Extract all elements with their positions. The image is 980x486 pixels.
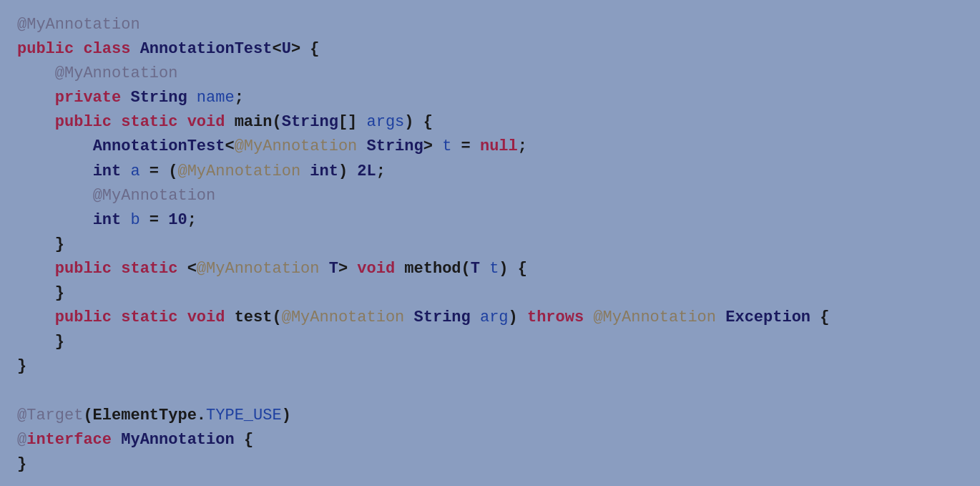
annotation-throws-13: @MyAnnotation bbox=[593, 308, 716, 326]
annotation-1: @MyAnnotation bbox=[17, 16, 140, 34]
kw-void-13: void bbox=[187, 308, 225, 326]
code-line-5: public static void main(String[] args) { bbox=[17, 110, 963, 135]
method-main-5: main bbox=[235, 113, 273, 131]
brace-19: } bbox=[17, 455, 26, 473]
code-line-19: } bbox=[17, 452, 963, 477]
code-editor: @MyAnnotation public class AnnotationTes… bbox=[0, 0, 980, 486]
semi-7: ; bbox=[376, 162, 386, 180]
kw-public-13: public bbox=[55, 308, 112, 326]
annotation-3: @MyAnnotation bbox=[55, 64, 178, 82]
paren-close-target-17: ) bbox=[282, 407, 291, 424]
semi-9: ; bbox=[187, 211, 197, 229]
paren-13: ( bbox=[272, 308, 281, 326]
paren-11: ( bbox=[461, 260, 471, 278]
kw-throws-13: throws bbox=[527, 308, 584, 326]
method-test-13: test bbox=[235, 308, 273, 326]
exception-13: Exception bbox=[725, 308, 810, 326]
type-t-11: T bbox=[471, 260, 480, 278]
brace-15: } bbox=[17, 357, 26, 375]
kw-public-11: public bbox=[55, 260, 112, 278]
code-line-4: private String name; bbox=[17, 86, 963, 110]
paren-close-13: ) bbox=[509, 308, 518, 326]
generic-2: < bbox=[272, 40, 281, 58]
kw-null-6: null bbox=[480, 137, 518, 155]
varname-4: name bbox=[197, 89, 235, 107]
eq-6: = bbox=[451, 137, 480, 155]
var-b-9: b bbox=[130, 211, 139, 229]
kw-void-5: void bbox=[187, 113, 225, 131]
angle-close-11: > bbox=[338, 260, 348, 278]
param-arg-13: arg bbox=[480, 308, 509, 326]
annotation-param-13: @MyAnnotation bbox=[282, 308, 405, 326]
code-line-11: public static <@MyAnnotation T> void met… bbox=[17, 257, 963, 281]
number-10-9: 10 bbox=[168, 211, 187, 229]
typeparam-2: U bbox=[282, 40, 291, 58]
cast-close-7: ) bbox=[338, 162, 357, 180]
code-line-3: @MyAnnotation bbox=[17, 62, 963, 86]
kw-static-5: static bbox=[121, 113, 177, 131]
code-line-16 bbox=[17, 379, 963, 403]
paren-target-17: (ElementType. bbox=[83, 407, 206, 424]
type-string-13: String bbox=[414, 308, 471, 326]
kw-int-9: int bbox=[93, 211, 122, 229]
code-line-17: @Target(ElementType.TYPE_USE) bbox=[17, 404, 963, 428]
eq-9: = bbox=[140, 211, 169, 229]
code-line-7: int a = (@MyAnnotation int) 2L; bbox=[17, 160, 963, 184]
type-string-5: String bbox=[282, 113, 338, 131]
type-string-6: String bbox=[367, 137, 423, 155]
annotation-8: @MyAnnotation bbox=[93, 187, 216, 205]
paren-close-5: ) { bbox=[404, 113, 433, 131]
method-method-11: method bbox=[404, 260, 461, 278]
kw-public-2: public bbox=[17, 40, 74, 58]
code-line-18: @interface MyAnnotation { bbox=[17, 428, 963, 452]
target-annotation-17: @Target bbox=[17, 407, 83, 424]
bracket-5: [] bbox=[338, 113, 357, 131]
annotation-inline-6: @MyAnnotation bbox=[235, 137, 358, 155]
kw-interface-18: interface bbox=[26, 431, 112, 449]
kw-private-4: private bbox=[55, 89, 121, 107]
angle-open-11: < bbox=[187, 260, 197, 278]
brace-open-18: { bbox=[244, 431, 253, 449]
kw-static-11: static bbox=[121, 260, 177, 278]
paren-close-11: ) { bbox=[499, 260, 527, 278]
generic-close-2: > bbox=[291, 40, 300, 58]
eq-7: = ( bbox=[140, 162, 178, 180]
annotation-cast-7: @MyAnnotation bbox=[177, 162, 300, 180]
brace-open-13: { bbox=[820, 308, 829, 326]
var-a-7: a bbox=[130, 162, 139, 180]
code-line-10: } bbox=[17, 233, 963, 257]
code-line-12: } bbox=[17, 281, 963, 306]
code-line-15: } bbox=[17, 354, 963, 379]
kw-class-2: class bbox=[83, 40, 130, 58]
brace-12: } bbox=[55, 284, 64, 302]
target-value-17: TYPE_USE bbox=[206, 407, 282, 424]
typeparam-t-11: T bbox=[329, 260, 338, 278]
kw-int-cast-7: int bbox=[310, 162, 338, 180]
kw-void-11: void bbox=[357, 260, 395, 278]
code-line-9: int b = 10; bbox=[17, 208, 963, 233]
brace-14: } bbox=[55, 333, 64, 351]
brace-open-2: { bbox=[300, 40, 319, 58]
type-myannotation-18: MyAnnotation bbox=[121, 431, 234, 449]
kw-static-13: static bbox=[121, 308, 177, 326]
code-line-8: @MyAnnotation bbox=[17, 184, 963, 208]
kw-public-5: public bbox=[55, 113, 112, 131]
code-line-6: AnnotationTest<@MyAnnotation String> t =… bbox=[17, 135, 963, 159]
var-t-6: t bbox=[442, 137, 451, 155]
brace-10: } bbox=[55, 235, 64, 253]
at-18: @ bbox=[17, 431, 26, 449]
semi-6: ; bbox=[518, 137, 527, 155]
classname-2: AnnotationTest bbox=[140, 40, 273, 58]
angle-close-6: > bbox=[423, 137, 433, 155]
annotation-inline-11: @MyAnnotation bbox=[197, 260, 320, 278]
type-annotest-6: AnnotationTest bbox=[93, 137, 225, 155]
number-2l-7: 2L bbox=[357, 162, 376, 180]
type-string-4: String bbox=[130, 89, 187, 107]
kw-int-7: int bbox=[93, 162, 122, 180]
code-line-14: } bbox=[17, 330, 963, 354]
param-t-11: t bbox=[489, 260, 499, 278]
code-line-2: public class AnnotationTest<U> { bbox=[17, 37, 963, 62]
angle-open-6: < bbox=[225, 137, 234, 155]
param-args-5: args bbox=[367, 113, 405, 131]
paren-5: ( bbox=[272, 113, 281, 131]
